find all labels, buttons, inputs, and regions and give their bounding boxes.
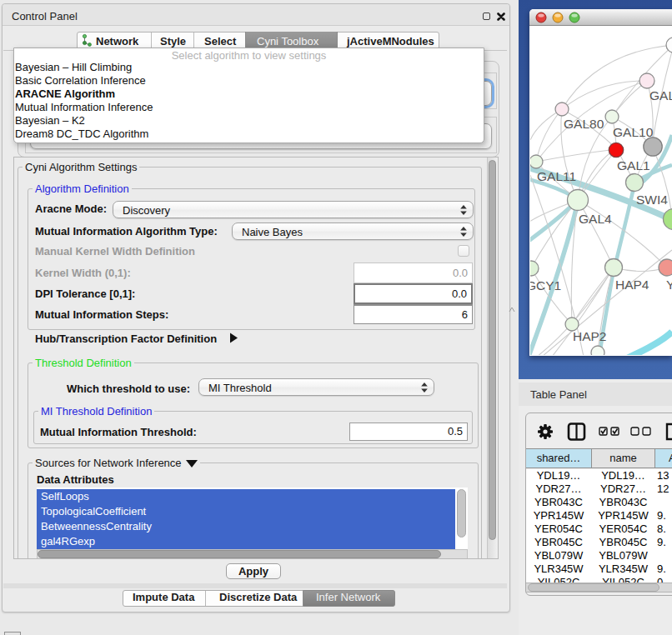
svg-text:HAP4: HAP4 — [615, 278, 649, 292]
svg-text:Y: Y — [666, 278, 672, 292]
svg-text:GAL4: GAL4 — [579, 212, 612, 226]
svg-text:GCY1: GCY1 — [530, 278, 561, 292]
svg-text:GAL2: GAL2 — [649, 88, 672, 102]
svg-text:GAL80: GAL80 — [564, 117, 604, 131]
svg-text:SWI4: SWI4 — [636, 192, 668, 207]
svg-text:HAP2: HAP2 — [573, 329, 607, 343]
svg-text:GAL10: GAL10 — [613, 125, 654, 139]
svg-text:GAL11: GAL11 — [537, 169, 576, 183]
svg-text:GAL1: GAL1 — [617, 158, 650, 172]
